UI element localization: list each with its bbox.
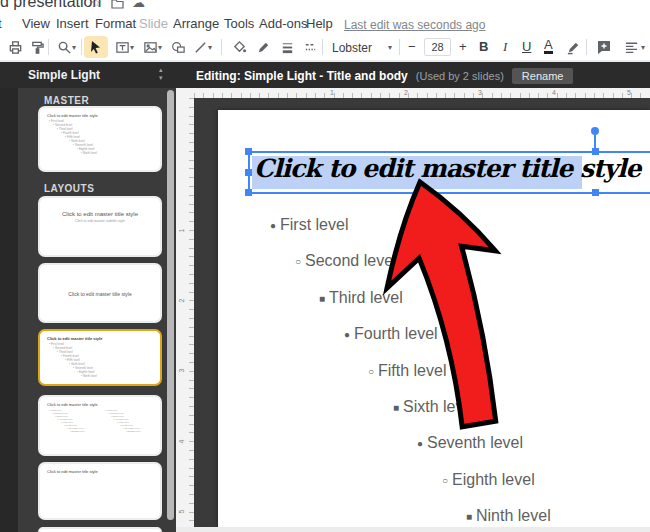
font-size-input[interactable]: 28 <box>424 38 451 56</box>
theme-spinner-icon[interactable]: ▴▾ <box>159 66 163 82</box>
move-folder-icon[interactable] <box>111 0 124 12</box>
ruler-number: 5 <box>178 510 185 514</box>
ruler-number: 1 <box>330 89 334 96</box>
editing-info: Editing: Simple Light - Title and body (… <box>196 68 573 84</box>
border-weight-icon[interactable] <box>278 38 296 56</box>
rename-button[interactable]: Rename <box>512 68 574 84</box>
thumbnail-bullet-line: • Ninth level <box>81 374 160 378</box>
circle-bullet-icon: ○ <box>438 475 452 486</box>
ruler-number: 4 <box>552 89 556 96</box>
align-icon[interactable] <box>622 38 640 56</box>
resize-handle-bottom-center[interactable] <box>592 189 599 196</box>
bullet-text: Eighth level <box>452 471 535 488</box>
master-thumbnail[interactable]: Click to edit master title style • First… <box>38 106 162 172</box>
font-caret-icon[interactable]: ▾ <box>388 43 392 52</box>
toolbar-separator <box>322 39 323 55</box>
bullet-level-3[interactable]: ■Third level <box>315 289 403 307</box>
sidebar-scrollbar[interactable] <box>167 90 174 520</box>
layout-thumbnail-partial[interactable] <box>38 527 162 532</box>
insert-image-icon[interactable] <box>141 38 159 56</box>
menu-item-arrange[interactable]: Arrange <box>173 16 219 31</box>
canvas-bottom-strip <box>176 527 650 532</box>
border-dash-icon[interactable] <box>301 38 319 56</box>
text-color-button[interactable]: A <box>544 39 553 54</box>
layout-thumbnail-title-slide[interactable]: Click to edit master title style Click t… <box>38 196 162 257</box>
bullet-text: Ninth level <box>476 507 551 524</box>
menu-item-view[interactable]: View <box>22 16 50 31</box>
layouts-sidebar: MASTER Click to edit master title style … <box>0 88 176 532</box>
ruler-number: 3 <box>478 89 482 96</box>
bullet-level-7[interactable]: ●Seventh level <box>413 434 523 452</box>
print-icon[interactable] <box>6 38 24 56</box>
paint-format-icon[interactable] <box>28 38 46 56</box>
fill-color-icon[interactable] <box>230 38 248 56</box>
resize-handle-top-left[interactable] <box>245 148 252 155</box>
insert-line-caret-icon[interactable]: ▾ <box>208 43 212 52</box>
cloud-save-icon[interactable]: ☁ <box>132 0 145 10</box>
align-caret-icon[interactable]: ▾ <box>641 43 645 52</box>
border-color-icon[interactable] <box>254 38 272 56</box>
insert-comment-icon[interactable] <box>595 38 613 56</box>
document-title[interactable]: d presentation <box>0 0 101 11</box>
menu-item-slide[interactable]: Slide <box>139 16 168 31</box>
sidebar-edge <box>0 88 18 532</box>
text-box-caret-icon[interactable]: ▾ <box>130 43 134 52</box>
increase-font-size-button[interactable]: + <box>459 39 467 54</box>
disc-bullet-icon: ● <box>340 329 354 340</box>
textbox-border-top[interactable] <box>248 151 650 153</box>
select-tool-icon[interactable] <box>87 38 105 56</box>
menu-item-add-ons[interactable]: Add-ons <box>259 16 307 31</box>
zoom-icon[interactable] <box>55 38 73 56</box>
disc-bullet-icon: ● <box>266 220 280 231</box>
square-bullet-icon: ■ <box>315 293 329 304</box>
zoom-caret-icon[interactable]: ▾ <box>72 43 76 52</box>
rotation-handle[interactable] <box>591 127 599 135</box>
master-title-placeholder[interactable]: Click to edit master title style <box>254 154 650 183</box>
italic-button[interactable]: I <box>503 39 507 55</box>
ruler-number: 5 <box>627 89 631 96</box>
bullet-level-2[interactable]: ○Second level <box>291 252 397 270</box>
bold-button[interactable]: B <box>479 39 488 54</box>
resize-handle-mid-left[interactable] <box>245 169 252 176</box>
layout-thumbnail-title-and-body-selected[interactable]: Click to edit master title style • First… <box>38 329 162 386</box>
toolbar-separator <box>48 39 49 55</box>
toolbar: ▾ ▾ ▾ ▾ Lobst <box>0 32 650 62</box>
menu-item-help[interactable]: Help <box>306 16 333 31</box>
thumbnail-bullet-line: • Eighth level <box>126 430 155 433</box>
last-edit-link[interactable]: Last edit was seconds ago <box>344 18 485 32</box>
menu-item-edit-fragment[interactable]: t <box>0 16 2 31</box>
layout-thumbnail-two-columns[interactable]: Click to edit master title style • First… <box>38 395 162 456</box>
vertical-ruler: 12345 <box>176 98 194 527</box>
star-icon[interactable]: ☆ <box>90 0 102 10</box>
theme-name: Simple Light <box>28 68 100 82</box>
underline-button[interactable]: U <box>522 39 531 54</box>
bullet-level-1[interactable]: ●First level <box>266 216 348 234</box>
menu-item-format[interactable]: Format <box>95 16 136 31</box>
layout-thumbnail-title-only[interactable]: Click to edit master title style <box>38 462 162 520</box>
menu-item-tools[interactable]: Tools <box>224 16 254 31</box>
bullet-level-5[interactable]: ○Fifth level <box>364 362 446 380</box>
textbox-border-bottom[interactable] <box>248 192 650 194</box>
resize-handle-bottom-left[interactable] <box>245 189 252 196</box>
bullet-level-6[interactable]: ■Sixth level <box>389 398 476 416</box>
bullet-level-9[interactable]: ■Ninth level <box>462 507 551 525</box>
insert-line-icon[interactable] <box>191 38 209 56</box>
decrease-font-size-button[interactable]: − <box>408 39 416 54</box>
font-dropdown[interactable]: Lobster <box>332 41 372 55</box>
layout-thumbnail-section-header[interactable]: Click to edit master title style <box>38 263 162 323</box>
horizontal-ruler: 12345 <box>176 88 650 98</box>
text-box-icon[interactable] <box>113 38 131 56</box>
bullet-text: First level <box>280 216 348 233</box>
theme-header: Simple Light ▴▾ Editing: Simple Light - … <box>0 62 650 88</box>
square-bullet-icon: ■ <box>462 511 476 522</box>
bullet-text: Fifth level <box>378 362 446 379</box>
menubar: t ViewInsertFormatSlideArrangeToolsAdd-o… <box>0 14 650 32</box>
thumbnail-bullet-line: • Ninth level <box>81 151 160 155</box>
menu-item-insert[interactable]: Insert <box>56 16 89 31</box>
insert-image-caret-icon[interactable]: ▾ <box>158 43 162 52</box>
insert-shape-icon[interactable] <box>169 38 187 56</box>
bullet-level-8[interactable]: ○Eighth level <box>438 471 535 489</box>
bullet-level-4[interactable]: ●Fourth level <box>340 325 438 343</box>
bullet-text: Seventh level <box>427 434 523 451</box>
highlight-color-icon[interactable] <box>564 38 582 56</box>
